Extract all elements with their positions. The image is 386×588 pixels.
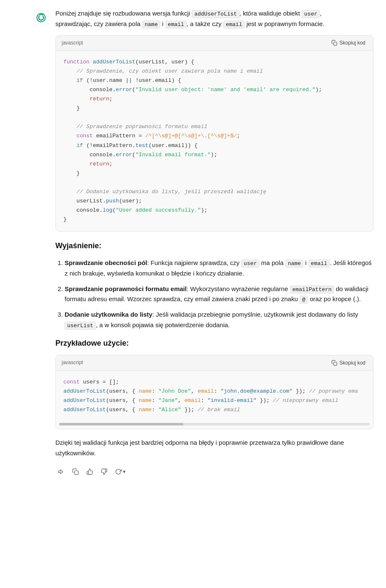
svg-rect-1 <box>334 42 337 45</box>
user-inline: user <box>302 10 320 18</box>
thumbs-down-button[interactable] <box>98 466 110 477</box>
thumbs-up-icon <box>86 468 93 475</box>
item1-bold: Sprawdzanie obecności pól <box>65 259 147 266</box>
action-bar: ▾ <box>55 466 373 477</box>
email-inline-2: email <box>223 21 245 29</box>
fn-name-inline: addUserToList <box>192 10 239 18</box>
code-lang-1: javascript <box>62 39 83 47</box>
regenerate-button[interactable]: ▾ <box>112 466 128 477</box>
code-block-2: javascript Skopiuj kod const users = [];… <box>55 355 373 429</box>
volume-button[interactable] <box>55 466 67 477</box>
item1-code2: name <box>285 260 303 268</box>
item2-bold: Sprawdzanie poprawności formatu email <box>65 285 187 292</box>
code-scrollbar-2[interactable] <box>59 423 370 425</box>
item3-code1: userList <box>65 322 96 330</box>
intro-paragraph: Poniżej znajduje się rozbudowana wersja … <box>55 8 373 29</box>
explanation-item-2: Sprawdzanie poprawności formatu email: W… <box>65 284 373 305</box>
item1-code1: user <box>241 260 259 268</box>
explanation-item-1: Sprawdzanie obecności pól: Funkcja najpi… <box>65 258 373 279</box>
explanation-heading: Wyjaśnienie: <box>55 240 373 252</box>
code-body-2: const users = []; addUserToList(users, {… <box>56 371 373 421</box>
code-block-1: javascript Skopiuj kod function addUserT… <box>55 35 373 232</box>
name-inline: name <box>142 21 160 29</box>
copy-response-icon <box>72 468 79 475</box>
code-header-2: javascript Skopiuj kod <box>56 355 373 370</box>
footer-paragraph: Dzięki tej walidacji funkcja jest bardzi… <box>55 438 373 459</box>
explanation-item-3: Dodanie użytkownika do listy: Jeśli wali… <box>65 310 373 331</box>
svg-rect-0 <box>34 10 49 25</box>
svg-rect-4 <box>75 471 78 475</box>
example-heading: Przykładowe użycie: <box>55 337 373 349</box>
thumbs-down-icon <box>101 468 107 475</box>
copy-button-2[interactable]: Skopiuj kod <box>330 359 367 367</box>
scrollbar-thumb-2 <box>59 423 183 425</box>
code-header-1: javascript Skopiuj kod <box>56 36 373 51</box>
item1-code3: email <box>308 260 330 268</box>
copy-label-2: Skopiuj kod <box>339 360 365 366</box>
copy-icon-1 <box>331 40 337 46</box>
code-body-1: function addUserToList(userList, user) {… <box>56 51 373 231</box>
volume-icon <box>58 468 65 475</box>
email-inline-1: email <box>165 21 187 29</box>
svg-rect-2 <box>334 362 337 365</box>
refresh-icon <box>115 468 122 475</box>
message-content: Poniżej znajduje się rozbudowana wersja … <box>55 8 373 477</box>
avatar <box>34 10 49 25</box>
svg-marker-3 <box>58 470 61 473</box>
copy-icon-2 <box>331 360 337 366</box>
code-lang-2: javascript <box>62 359 83 367</box>
item2-code1: emailPattern <box>290 286 334 294</box>
item2-code2: @ <box>300 296 308 304</box>
refresh-chevron: ▾ <box>123 469 125 475</box>
copy-button-1[interactable]: Skopiuj kod <box>330 39 367 47</box>
copy-response-button[interactable] <box>70 466 81 477</box>
assistant-message: Poniżej znajduje się rozbudowana wersja … <box>34 8 373 477</box>
thumbs-up-button[interactable] <box>84 466 96 477</box>
item3-bold: Dodanie użytkownika do listy <box>65 311 152 318</box>
explanation-list: Sprawdzanie obecności pól: Funkcja najpi… <box>55 258 373 331</box>
copy-label-1: Skopiuj kod <box>339 40 365 46</box>
